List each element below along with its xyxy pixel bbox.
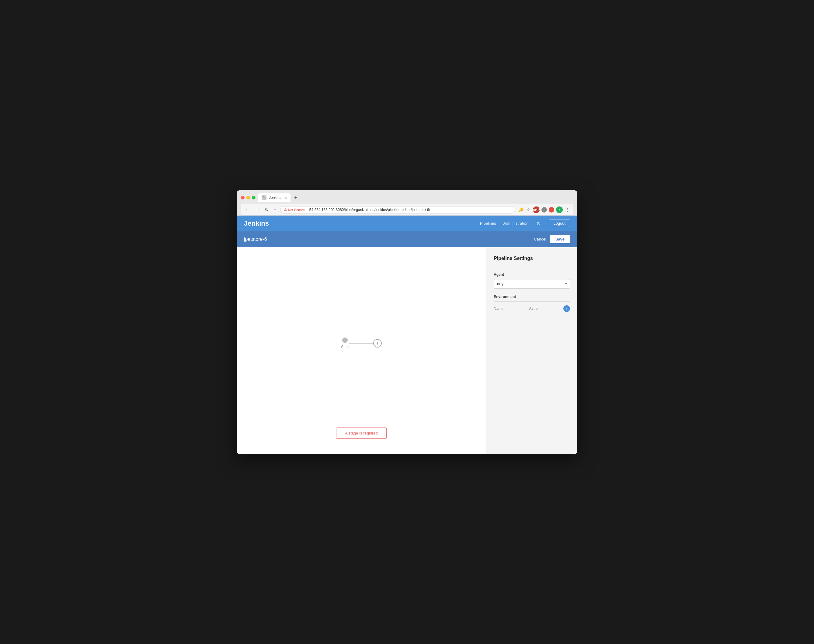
forward-button[interactable]: → <box>254 207 261 213</box>
agent-select-wrapper: any none label docker dockerfile ▾ <box>494 279 570 288</box>
traffic-light-close[interactable] <box>241 196 244 199</box>
pipeline-header-actions: Cancel Save <box>534 235 570 243</box>
env-add-button[interactable]: + <box>564 305 570 312</box>
browser-toolbar: ← → ↻ ⌂ ⚠ Not Secure | 54.254.186.202:80… <box>241 204 573 216</box>
browser-chrome: 🔧 Jenkins × + ← → ↻ ⌂ ⚠ Not Secure | 54.… <box>237 190 577 216</box>
toolbar-actions: 🔑 ☆ ABP r ⋮ <box>518 207 570 213</box>
pipeline-nodes: Start + <box>341 337 381 349</box>
logout-button[interactable]: Logout <box>549 219 570 227</box>
bookmark-icon[interactable]: ☆ <box>526 207 531 213</box>
env-columns: Name Value + <box>494 305 570 312</box>
save-button[interactable]: Save <box>550 235 570 243</box>
nav-administration[interactable]: Administration <box>504 221 528 225</box>
jenkins-nav: Pipelines Administration ⎋ Logout <box>480 219 570 228</box>
env-col-name-header: Name <box>494 307 526 311</box>
start-node <box>342 337 348 343</box>
extension-badge-abp[interactable]: ABP <box>533 207 540 213</box>
stage-required-message: A stage is required <box>345 431 378 435</box>
sign-in-icon[interactable]: ⎋ <box>536 219 541 228</box>
address-bar[interactable]: ⚠ Not Secure | 54.254.186.202:8080/blue/… <box>280 206 515 213</box>
settings-panel: Pipeline Settings Agent any none label d… <box>486 247 577 454</box>
browser-tab-active[interactable]: 🔧 Jenkins × <box>258 193 290 202</box>
traffic-light-minimize[interactable] <box>246 196 250 199</box>
tab-close-button[interactable]: × <box>285 196 287 199</box>
start-label: Start <box>341 345 349 349</box>
canvas-area: Start + A stage is required <box>237 247 486 454</box>
add-stage-button[interactable]: + <box>373 339 382 348</box>
browser-titlebar: 🔧 Jenkins × + <box>241 193 573 202</box>
home-button[interactable]: ⌂ <box>272 207 278 213</box>
not-secure-label: Not Secure <box>288 208 305 212</box>
browser-window: 🔧 Jenkins × + ← → ↻ ⌂ ⚠ Not Secure | 54.… <box>237 190 577 454</box>
nav-pipelines[interactable]: Pipelines <box>480 221 496 225</box>
add-stage-wrapper: + <box>373 339 382 348</box>
agent-field: Agent any none label docker dockerfile ▾ <box>494 273 570 288</box>
environment-label: Environment <box>494 294 570 302</box>
refresh-button[interactable]: ↻ <box>263 207 270 213</box>
main-area: Start + A stage is required Pipeline Set… <box>237 247 577 454</box>
address-url: 54.254.186.202:8080/blue/organizations/j… <box>309 208 430 212</box>
env-col-value-header: Value <box>529 307 561 311</box>
extension-badge-red[interactable] <box>549 207 554 213</box>
jenkins-logo: Jenkins <box>244 219 480 227</box>
not-secure-indicator: ⚠ Not Secure <box>284 208 305 212</box>
agent-label: Agent <box>494 273 570 277</box>
new-tab-button[interactable]: + <box>292 193 299 202</box>
tab-title: Jenkins <box>269 196 281 200</box>
pipeline-canvas: Start + <box>243 259 480 428</box>
tab-favicon: 🔧 <box>262 195 266 200</box>
address-divider: | <box>307 208 307 212</box>
warning-icon: ⚠ <box>284 208 287 212</box>
app-content: Jenkins Pipelines Administration ⎋ Logou… <box>237 216 577 454</box>
jenkins-header: Jenkins Pipelines Administration ⎋ Logou… <box>237 216 577 232</box>
start-node-wrapper: Start <box>341 337 349 349</box>
browser-tabs: 🔧 Jenkins × + <box>258 193 299 202</box>
node-connector <box>349 343 373 343</box>
traffic-light-maximize[interactable] <box>252 196 255 199</box>
pipeline-header: jpetstore-6 Cancel Save <box>237 232 577 247</box>
stage-required-banner: A stage is required <box>336 428 387 439</box>
traffic-lights <box>241 196 255 199</box>
user-avatar[interactable]: r <box>556 207 563 213</box>
cancel-button[interactable]: Cancel <box>534 237 546 241</box>
menu-icon[interactable]: ⋮ <box>565 207 570 213</box>
extension-badge-circle[interactable] <box>541 207 547 213</box>
agent-select[interactable]: any none label docker dockerfile <box>494 279 570 288</box>
settings-title: Pipeline Settings <box>494 256 570 265</box>
password-icon[interactable]: 🔑 <box>518 207 524 213</box>
pipeline-name: jpetstore-6 <box>244 236 534 242</box>
environment-field: Environment Name Value + <box>494 294 570 312</box>
back-button[interactable]: ← <box>244 207 251 213</box>
